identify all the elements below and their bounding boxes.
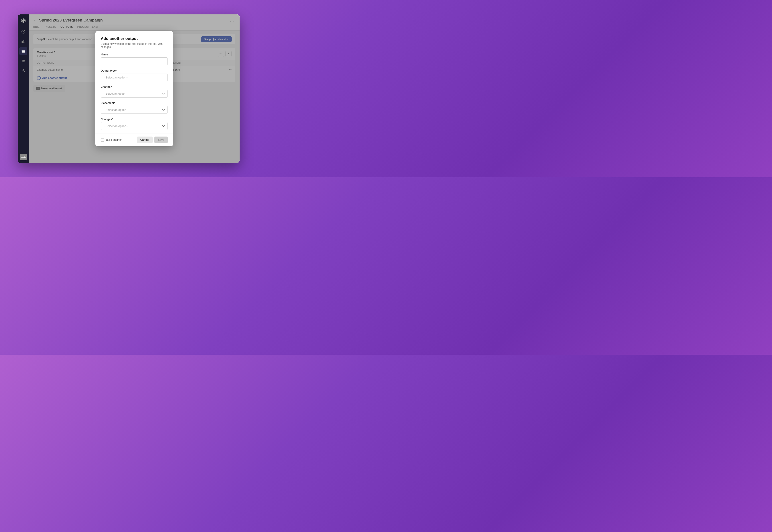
name-input[interactable] xyxy=(101,57,168,65)
svg-rect-8 xyxy=(22,50,25,51)
channel-select[interactable]: --Select an option-- xyxy=(101,90,168,98)
svg-rect-5 xyxy=(22,41,22,43)
form-group-changes: Changes* --Select an option-- xyxy=(101,118,168,130)
build-another-checkbox[interactable] xyxy=(101,138,104,142)
app-window: siesta ← Spring 2023 Evergreen Campaign … xyxy=(18,14,240,163)
sidebar-item-user[interactable] xyxy=(19,67,27,75)
build-another-label: Build another xyxy=(106,138,122,141)
svg-rect-10 xyxy=(22,52,25,52)
form-group-placement: Placement* --Select an option-- xyxy=(101,102,168,114)
sidebar-item-team[interactable] xyxy=(19,57,27,65)
placement-label: Placement* xyxy=(101,102,168,105)
placement-select[interactable]: --Select an option-- xyxy=(101,106,168,114)
build-another-row: Build another xyxy=(101,138,122,142)
modal-body: Add another output Build a new version o… xyxy=(95,31,173,133)
sidebar: siesta xyxy=(18,14,29,163)
svg-point-11 xyxy=(22,60,23,61)
name-label: Name xyxy=(101,53,168,56)
changes-select[interactable]: --Select an option-- xyxy=(101,122,168,130)
sidebar-item-add[interactable] xyxy=(19,28,27,36)
sidebar-avatar[interactable]: siesta xyxy=(20,154,27,160)
main-content: ← Spring 2023 Evergreen Campaign ... BRI… xyxy=(29,14,240,163)
svg-point-13 xyxy=(23,69,24,71)
form-group-output-type: Output type* --Select an option-- xyxy=(101,69,168,81)
svg-rect-7 xyxy=(24,40,25,43)
form-group-name: Name xyxy=(101,53,168,65)
modal-footer: Build another Cancel Save xyxy=(95,133,173,146)
cancel-button[interactable]: Cancel xyxy=(137,137,152,143)
channel-label: Channel* xyxy=(101,85,168,88)
changes-label: Changes* xyxy=(101,118,168,121)
output-type-label: Output type* xyxy=(101,69,168,72)
output-type-select[interactable]: --Select an option-- xyxy=(101,74,168,81)
svg-marker-1 xyxy=(22,20,25,22)
save-button[interactable]: Save xyxy=(154,137,168,143)
sidebar-item-chart[interactable] xyxy=(19,37,27,45)
modal-title: Add another output xyxy=(101,36,168,41)
form-group-channel: Channel* --Select an option-- xyxy=(101,85,168,98)
sidebar-item-layers[interactable] xyxy=(19,47,27,55)
sidebar-bottom: siesta xyxy=(20,154,27,160)
modal-overlay: Add another output Build a new version o… xyxy=(29,14,240,163)
svg-rect-6 xyxy=(23,41,24,43)
svg-rect-9 xyxy=(22,51,25,51)
modal-dialog: Add another output Build a new version o… xyxy=(95,31,173,146)
footer-buttons: Cancel Save xyxy=(137,137,168,143)
modal-subtitle: Build a new version of the first output … xyxy=(101,42,168,49)
svg-point-12 xyxy=(23,60,25,61)
sidebar-logo[interactable] xyxy=(20,17,27,24)
